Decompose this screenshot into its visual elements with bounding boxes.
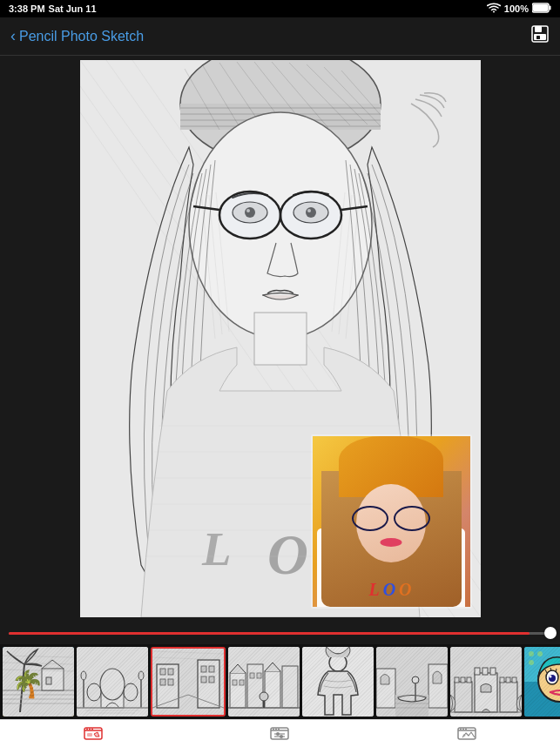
svg-point-154	[86, 729, 88, 730]
slider-thumb[interactable]	[544, 627, 557, 639]
tab-effects[interactable]: Effects	[0, 720, 186, 747]
battery-icon	[532, 3, 551, 15]
svg-point-161	[278, 729, 280, 730]
save-button[interactable]	[530, 24, 550, 49]
svg-point-168	[462, 729, 464, 730]
svg-point-155	[89, 729, 91, 730]
tab-filters[interactable]: Filters	[186, 720, 373, 747]
svg-point-160	[275, 729, 277, 730]
slider-track[interactable]	[9, 632, 551, 635]
back-button[interactable]: ‹ Pencil Photo Sketch	[10, 27, 144, 45]
thumbnail-item[interactable]	[3, 647, 74, 717]
tab-editor[interactable]: Editor	[374, 720, 560, 747]
svg-rect-2	[533, 4, 548, 11]
svg-text:O: O	[267, 523, 308, 586]
thumbnail-strip	[0, 644, 560, 719]
sidebar-left	[0, 56, 80, 622]
svg-rect-1	[550, 6, 551, 10]
original-photo-thumbnail: L O O	[311, 434, 472, 609]
slider-container[interactable]	[0, 622, 560, 644]
svg-point-167	[460, 729, 462, 730]
svg-point-38	[280, 192, 341, 239]
svg-point-169	[465, 729, 467, 730]
nav-back-label: Pencil Photo Sketch	[19, 29, 144, 44]
svg-point-170	[462, 734, 465, 737]
sketch-image: L O	[80, 60, 481, 617]
thumbnail-item[interactable]	[228, 647, 300, 717]
svg-rect-4	[535, 26, 542, 32]
thumbnail-item[interactable]	[376, 647, 448, 717]
nav-bar: ‹ Pencil Photo Sketch	[0, 17, 560, 56]
thumbnail-item[interactable]	[151, 647, 226, 717]
editor-icon	[457, 725, 476, 745]
svg-rect-30	[254, 313, 307, 365]
back-chevron-icon: ‹	[10, 27, 16, 45]
status-bar: 3:38 PM Sat Jun 11 100%	[0, 0, 560, 17]
svg-point-165	[280, 735, 283, 738]
canvas-area: L O	[0, 56, 560, 622]
sketch-background: L O	[80, 60, 481, 617]
battery-label: 100%	[504, 3, 529, 14]
tab-bar: Effects Filters	[0, 719, 560, 747]
wifi-icon	[487, 3, 501, 15]
time-label: 3:38 PM	[9, 3, 45, 14]
thumbnail-item[interactable]	[77, 647, 148, 717]
status-time: 3:38 PM Sat Jun 11	[9, 3, 97, 14]
sidebar-right	[480, 56, 560, 622]
effects-icon	[84, 725, 103, 745]
svg-rect-6	[536, 36, 540, 39]
svg-point-29	[189, 112, 372, 339]
thumbnail-item[interactable]	[450, 647, 522, 717]
svg-point-159	[273, 729, 274, 730]
svg-point-156	[91, 729, 93, 730]
slider-fill	[9, 632, 530, 635]
status-right: 100%	[487, 3, 551, 15]
svg-point-164	[276, 732, 280, 736]
date-label: Sat Jun 11	[49, 3, 97, 14]
thumbnail-item[interactable]	[302, 647, 374, 717]
thumbnail-item[interactable]	[524, 647, 560, 717]
filters-icon	[270, 725, 289, 745]
svg-rect-157	[87, 733, 92, 737]
svg-point-37	[219, 192, 280, 239]
